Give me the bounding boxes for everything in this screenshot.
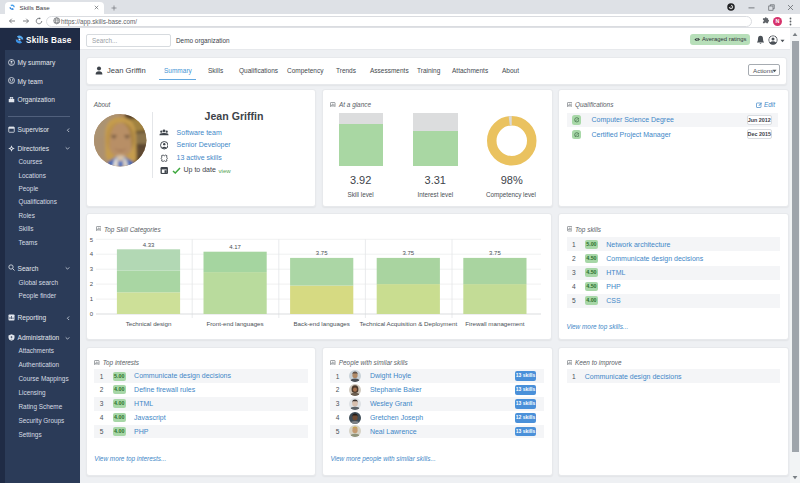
svg-text:4: 4 — [89, 251, 93, 257]
svg-text:1: 1 — [89, 296, 93, 302]
svg-text:Technical design: Technical design — [125, 320, 171, 327]
svg-text:0: 0 — [89, 311, 93, 317]
svg-text:Back-end languages: Back-end languages — [293, 320, 349, 327]
svg-text:4.17: 4.17 — [229, 244, 241, 250]
svg-text:4.33: 4.33 — [142, 242, 154, 248]
svg-text:Front-end languages: Front-end languages — [206, 320, 263, 327]
svg-text:3.75: 3.75 — [489, 250, 501, 256]
svg-text:Firewall management: Firewall management — [465, 320, 524, 327]
svg-text:3.75: 3.75 — [316, 250, 328, 256]
svg-text:3: 3 — [89, 266, 93, 272]
svg-text:Technical Acquisition & Deploy: Technical Acquisition & Deployment — [359, 320, 457, 327]
svg-text:2: 2 — [89, 281, 93, 287]
svg-text:3.75: 3.75 — [402, 250, 414, 256]
svg-text:5: 5 — [89, 237, 93, 243]
